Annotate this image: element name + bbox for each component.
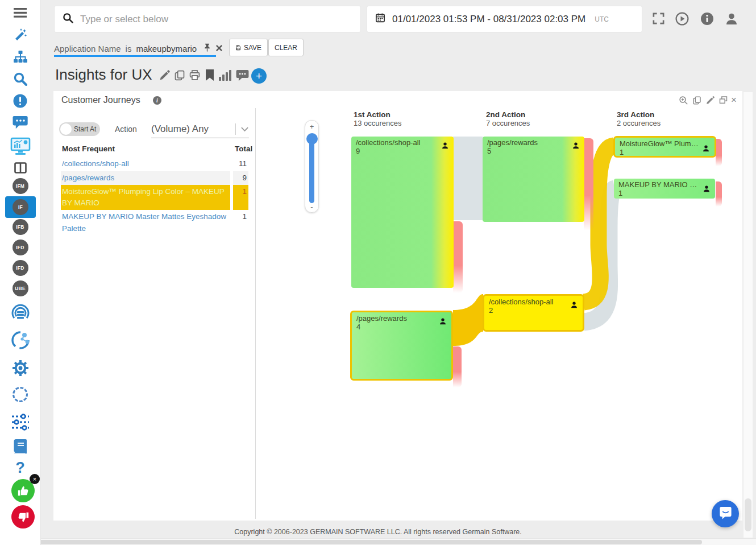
horizontal-scrollbar[interactable] xyxy=(0,538,756,545)
sankey-node-rewards-4[interactable]: /pages/rewards4 xyxy=(350,311,453,381)
play-icon[interactable] xyxy=(675,12,689,28)
table-row[interactable]: MAKEUP BY MARIO Master Mattes Eyeshadow … xyxy=(61,210,248,236)
slider-track[interactable] xyxy=(309,136,314,203)
slider-handle[interactable] xyxy=(306,133,318,144)
zoom-in-icon[interactable] xyxy=(679,96,688,108)
sankey-node-moistureglow-1[interactable]: MoistureGlow™ Plumping L...1 xyxy=(613,136,716,158)
add-insight-button[interactable]: + xyxy=(251,68,267,84)
duplicate-panel-icon[interactable] xyxy=(692,96,701,108)
help-question-icon[interactable]: ? xyxy=(0,460,40,476)
dropoff-band xyxy=(453,221,463,293)
columns-icon[interactable] xyxy=(0,162,40,174)
dropoff-band xyxy=(584,138,593,230)
table-row[interactable]: /pages/rewards 9 xyxy=(61,171,248,185)
dashed-circle-icon[interactable] xyxy=(0,386,40,402)
filter-field: Application Name xyxy=(54,44,121,53)
hamburger-menu-icon[interactable] xyxy=(0,7,40,18)
monitor-analytics-icon[interactable] xyxy=(0,137,40,156)
col-total: Total xyxy=(233,142,248,156)
person-icon xyxy=(439,317,447,327)
filter-active-underline xyxy=(54,55,216,57)
search-input[interactable] xyxy=(80,14,352,25)
edit-panel-icon[interactable] xyxy=(705,96,715,108)
search-icon xyxy=(63,13,73,26)
copy-title-icon[interactable] xyxy=(174,69,185,84)
filter-sliders-icon[interactable] xyxy=(0,414,40,431)
user-profile-icon[interactable] xyxy=(725,12,738,28)
person-icon xyxy=(441,142,449,151)
scrollbar-thumb[interactable] xyxy=(14,540,702,544)
dropoff-band xyxy=(716,139,722,166)
sidebar-item-ifd[interactable]: IFD xyxy=(0,240,40,255)
table-row[interactable]: /collections/shop-all 11 xyxy=(61,157,248,171)
dropoff-band xyxy=(453,346,462,387)
table-header: Most Frequent Total xyxy=(61,142,248,156)
panel-info-icon[interactable]: i xyxy=(153,96,161,105)
dropoff-band xyxy=(716,181,722,207)
sankey-node-mastermattes-1[interactable]: MAKEUP BY MARIO Master M...1 xyxy=(614,179,715,199)
scrollbar-thumb[interactable] xyxy=(745,498,751,531)
sidebar: IFM IF IFB IFD IFD UBE ? × xyxy=(0,0,41,545)
restore-panel-icon[interactable] xyxy=(718,96,728,107)
clear-button[interactable]: CLEAR xyxy=(268,39,304,56)
person-icon xyxy=(702,144,710,154)
thumbs-down-button[interactable] xyxy=(11,505,35,529)
global-search xyxy=(54,6,361,32)
chat-nav-icon[interactable] xyxy=(0,114,40,130)
bar-chart-icon[interactable] xyxy=(219,69,232,83)
page-title: Insights for UX xyxy=(55,66,152,84)
pin-icon[interactable] xyxy=(203,43,211,54)
sidebar-item-ifb[interactable]: IFB xyxy=(0,219,40,235)
fullscreen-icon[interactable] xyxy=(652,12,665,27)
slider-plus[interactable]: + xyxy=(305,122,318,131)
close-panel-icon[interactable]: × xyxy=(731,95,737,105)
dismiss-feedback-icon[interactable]: × xyxy=(30,474,40,484)
sitemap-icon[interactable] xyxy=(0,49,40,65)
badge-ifd-2: IFD xyxy=(13,260,28,276)
alert-icon[interactable] xyxy=(0,93,40,109)
remove-filter-icon[interactable] xyxy=(215,44,223,53)
search-nav-icon[interactable] xyxy=(0,71,40,87)
live-chat-button[interactable] xyxy=(712,500,739,527)
bookmark-icon[interactable] xyxy=(205,69,214,84)
sankey-col-3-header: 3rd Action2 occurences xyxy=(617,110,661,127)
badge-if: IF xyxy=(13,199,28,215)
sankey-node-rewards-5[interactable]: /pages/rewards5 xyxy=(483,137,584,222)
share-nodes-icon[interactable] xyxy=(0,330,40,350)
sidebar-item-if-selected[interactable]: IF xyxy=(5,196,36,218)
vertical-scrollbar[interactable] xyxy=(743,92,753,538)
sidebar-item-ifm[interactable]: IFM xyxy=(0,178,40,194)
info-icon[interactable] xyxy=(700,12,714,28)
sankey-col-2-header: 2nd Action7 occurences xyxy=(486,110,530,127)
sankey-node-shopall-9[interactable]: /collections/shop-all9 xyxy=(351,137,454,288)
sankey-node-shopall-2[interactable]: /collections/shop-all2 xyxy=(483,294,584,332)
table-row-highlighted[interactable]: MoistureGlow™ Plumping Lip Color – MAKEU… xyxy=(61,185,248,210)
action-label: Action xyxy=(115,125,137,134)
toggle-label: Start At xyxy=(74,125,96,133)
date-range-picker[interactable]: 01/01/2023 01:53 PM - 08/31/2023 02:03 P… xyxy=(367,6,642,32)
col-most-frequent: Most Frequent xyxy=(61,142,230,156)
magic-wand-icon[interactable] xyxy=(0,27,40,43)
gear-icon[interactable] xyxy=(0,358,40,378)
sankey-col-1-header: 1st Action13 occurences xyxy=(354,110,402,127)
volume-select[interactable]: (Volume) Any xyxy=(151,121,249,138)
main-area: 01/01/2023 01:53 PM - 08/31/2023 02:03 P… xyxy=(41,0,756,545)
edit-title-icon[interactable] xyxy=(159,69,171,84)
print-icon[interactable] xyxy=(189,69,201,83)
zoom-slider[interactable]: + - xyxy=(305,120,319,213)
save-button[interactable]: SAVE xyxy=(229,39,268,56)
comment-icon[interactable] xyxy=(236,69,249,84)
timezone-label: UTC xyxy=(595,15,609,23)
slider-minus[interactable]: - xyxy=(305,203,318,211)
flow-rewards4-shopall2[interactable] xyxy=(453,294,483,346)
app-window: { "topbar": { "search_placeholder": "Typ… xyxy=(0,0,756,545)
start-at-toggle[interactable]: Start At xyxy=(59,122,100,136)
panel-divider xyxy=(255,108,256,519)
server-broadcast-icon[interactable] xyxy=(0,303,40,323)
sidebar-item-ifd-2[interactable]: IFD xyxy=(0,260,40,276)
filter-chip[interactable]: Application Name is makeupbymario xyxy=(54,40,223,57)
customer-journeys-panel: Customer Journeys i × Start At Action (V… xyxy=(53,91,742,521)
sidebar-item-ube[interactable]: UBE xyxy=(0,280,40,296)
flow-shopall9-rewards5[interactable] xyxy=(453,137,483,220)
book-icon[interactable] xyxy=(0,438,40,455)
